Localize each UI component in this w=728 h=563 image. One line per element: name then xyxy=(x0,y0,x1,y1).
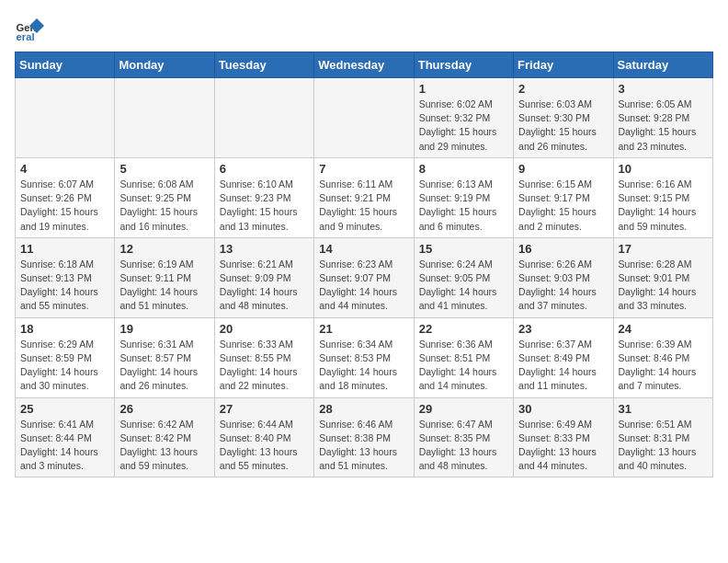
day-info: Sunrise: 6:26 AM Sunset: 9:03 PM Dayligh… xyxy=(518,258,608,314)
day-info: Sunrise: 6:07 AM Sunset: 9:26 PM Dayligh… xyxy=(20,178,109,234)
day-info: Sunrise: 6:33 AM Sunset: 8:55 PM Dayligh… xyxy=(220,338,309,394)
calendar-week-4: 18Sunrise: 6:29 AM Sunset: 8:59 PM Dayli… xyxy=(16,317,713,397)
calendar-cell xyxy=(115,78,214,158)
day-number: 23 xyxy=(518,322,608,336)
day-info: Sunrise: 6:18 AM Sunset: 9:13 PM Dayligh… xyxy=(20,258,109,314)
day-info: Sunrise: 6:19 AM Sunset: 9:11 PM Dayligh… xyxy=(119,258,209,314)
calendar-cell: 14Sunrise: 6:23 AM Sunset: 9:07 PM Dayli… xyxy=(314,237,414,317)
day-number: 17 xyxy=(619,242,708,256)
day-number: 25 xyxy=(20,402,109,416)
calendar-cell: 10Sunrise: 6:16 AM Sunset: 9:15 PM Dayli… xyxy=(613,157,712,237)
calendar-cell: 29Sunrise: 6:47 AM Sunset: 8:35 PM Dayli… xyxy=(414,397,513,477)
day-number: 27 xyxy=(220,402,309,416)
day-info: Sunrise: 6:13 AM Sunset: 9:19 PM Dayligh… xyxy=(419,178,508,234)
calendar-cell: 25Sunrise: 6:41 AM Sunset: 8:44 PM Dayli… xyxy=(16,397,115,477)
day-number: 29 xyxy=(419,402,508,416)
day-number: 21 xyxy=(319,322,408,336)
calendar-table: SundayMondayTuesdayWednesdayThursdayFrid… xyxy=(15,52,713,477)
calendar-cell: 18Sunrise: 6:29 AM Sunset: 8:59 PM Dayli… xyxy=(16,317,115,397)
day-number: 19 xyxy=(119,322,209,336)
weekday-header-sunday: Sunday xyxy=(16,52,115,78)
calendar-cell: 22Sunrise: 6:36 AM Sunset: 8:51 PM Dayli… xyxy=(414,317,513,397)
day-number: 24 xyxy=(619,322,708,336)
day-number: 6 xyxy=(220,162,309,176)
calendar-cell xyxy=(314,78,414,158)
calendar-cell: 26Sunrise: 6:42 AM Sunset: 8:42 PM Dayli… xyxy=(115,397,214,477)
day-number: 16 xyxy=(518,242,608,256)
day-info: Sunrise: 6:08 AM Sunset: 9:25 PM Dayligh… xyxy=(119,178,209,234)
day-number: 13 xyxy=(220,242,309,256)
calendar-week-5: 25Sunrise: 6:41 AM Sunset: 8:44 PM Dayli… xyxy=(16,397,713,477)
calendar-cell: 27Sunrise: 6:44 AM Sunset: 8:40 PM Dayli… xyxy=(214,397,313,477)
calendar-cell: 31Sunrise: 6:51 AM Sunset: 8:31 PM Dayli… xyxy=(613,397,712,477)
calendar-cell: 6Sunrise: 6:10 AM Sunset: 9:23 PM Daylig… xyxy=(214,157,313,237)
day-info: Sunrise: 6:03 AM Sunset: 9:30 PM Dayligh… xyxy=(518,98,608,154)
calendar-cell: 2Sunrise: 6:03 AM Sunset: 9:30 PM Daylig… xyxy=(514,78,613,158)
day-number: 26 xyxy=(119,402,209,416)
day-info: Sunrise: 6:05 AM Sunset: 9:28 PM Dayligh… xyxy=(619,98,708,154)
day-info: Sunrise: 6:39 AM Sunset: 8:46 PM Dayligh… xyxy=(619,338,708,394)
day-info: Sunrise: 6:29 AM Sunset: 8:59 PM Dayligh… xyxy=(20,338,109,394)
calendar-cell: 11Sunrise: 6:18 AM Sunset: 9:13 PM Dayli… xyxy=(16,237,115,317)
day-number: 2 xyxy=(518,82,608,96)
day-number: 30 xyxy=(518,402,608,416)
calendar-cell: 9Sunrise: 6:15 AM Sunset: 9:17 PM Daylig… xyxy=(514,157,613,237)
calendar-cell: 21Sunrise: 6:34 AM Sunset: 8:53 PM Dayli… xyxy=(314,317,414,397)
calendar-cell: 30Sunrise: 6:49 AM Sunset: 8:33 PM Dayli… xyxy=(514,397,613,477)
day-number: 18 xyxy=(20,322,109,336)
day-info: Sunrise: 6:49 AM Sunset: 8:33 PM Dayligh… xyxy=(518,418,608,474)
day-number: 10 xyxy=(619,162,708,176)
day-info: Sunrise: 6:28 AM Sunset: 9:01 PM Dayligh… xyxy=(619,258,708,314)
day-info: Sunrise: 6:16 AM Sunset: 9:15 PM Dayligh… xyxy=(619,178,708,234)
weekday-header-wednesday: Wednesday xyxy=(314,52,414,78)
day-info: Sunrise: 6:24 AM Sunset: 9:05 PM Dayligh… xyxy=(419,258,508,314)
day-info: Sunrise: 6:36 AM Sunset: 8:51 PM Dayligh… xyxy=(419,338,508,394)
day-number: 3 xyxy=(619,82,708,96)
day-number: 7 xyxy=(319,162,408,176)
svg-text:eral: eral xyxy=(17,31,35,42)
day-info: Sunrise: 6:42 AM Sunset: 8:42 PM Dayligh… xyxy=(119,418,209,474)
calendar-cell: 15Sunrise: 6:24 AM Sunset: 9:05 PM Dayli… xyxy=(414,237,513,317)
day-info: Sunrise: 6:23 AM Sunset: 9:07 PM Dayligh… xyxy=(319,258,408,314)
day-number: 5 xyxy=(119,162,209,176)
day-info: Sunrise: 6:11 AM Sunset: 9:21 PM Dayligh… xyxy=(319,178,408,234)
day-number: 8 xyxy=(419,162,508,176)
calendar-cell: 7Sunrise: 6:11 AM Sunset: 9:21 PM Daylig… xyxy=(314,157,414,237)
day-number: 28 xyxy=(319,402,408,416)
calendar-cell: 4Sunrise: 6:07 AM Sunset: 9:26 PM Daylig… xyxy=(16,157,115,237)
calendar-cell xyxy=(16,78,115,158)
day-info: Sunrise: 6:34 AM Sunset: 8:53 PM Dayligh… xyxy=(319,338,408,394)
calendar-cell: 24Sunrise: 6:39 AM Sunset: 8:46 PM Dayli… xyxy=(613,317,712,397)
day-info: Sunrise: 6:02 AM Sunset: 9:32 PM Dayligh… xyxy=(419,98,508,154)
calendar-body: 1Sunrise: 6:02 AM Sunset: 9:32 PM Daylig… xyxy=(16,78,713,477)
day-number: 12 xyxy=(119,242,209,256)
day-info: Sunrise: 6:15 AM Sunset: 9:17 PM Dayligh… xyxy=(518,178,608,234)
weekday-header-thursday: Thursday xyxy=(414,52,513,78)
day-number: 4 xyxy=(20,162,109,176)
calendar-cell: 13Sunrise: 6:21 AM Sunset: 9:09 PM Dayli… xyxy=(214,237,313,317)
calendar-cell: 3Sunrise: 6:05 AM Sunset: 9:28 PM Daylig… xyxy=(613,78,712,158)
day-number: 22 xyxy=(419,322,508,336)
calendar-cell: 5Sunrise: 6:08 AM Sunset: 9:25 PM Daylig… xyxy=(115,157,214,237)
day-number: 11 xyxy=(20,242,109,256)
weekday-header-tuesday: Tuesday xyxy=(214,52,313,78)
calendar-cell xyxy=(214,78,313,158)
day-info: Sunrise: 6:51 AM Sunset: 8:31 PM Dayligh… xyxy=(619,418,708,474)
day-number: 15 xyxy=(419,242,508,256)
day-number: 31 xyxy=(619,402,708,416)
day-info: Sunrise: 6:41 AM Sunset: 8:44 PM Dayligh… xyxy=(20,418,109,474)
calendar-cell: 17Sunrise: 6:28 AM Sunset: 9:01 PM Dayli… xyxy=(613,237,712,317)
weekday-header-friday: Friday xyxy=(514,52,613,78)
calendar-header: SundayMondayTuesdayWednesdayThursdayFrid… xyxy=(16,52,713,78)
day-number: 9 xyxy=(518,162,608,176)
day-info: Sunrise: 6:46 AM Sunset: 8:38 PM Dayligh… xyxy=(319,418,408,474)
weekday-row: SundayMondayTuesdayWednesdayThursdayFrid… xyxy=(16,52,713,78)
day-number: 20 xyxy=(220,322,309,336)
calendar-cell: 23Sunrise: 6:37 AM Sunset: 8:49 PM Dayli… xyxy=(514,317,613,397)
logo-icon: Gen eral xyxy=(15,15,44,44)
day-info: Sunrise: 6:21 AM Sunset: 9:09 PM Dayligh… xyxy=(220,258,309,314)
day-info: Sunrise: 6:37 AM Sunset: 8:49 PM Dayligh… xyxy=(518,338,608,394)
calendar-cell: 19Sunrise: 6:31 AM Sunset: 8:57 PM Dayli… xyxy=(115,317,214,397)
calendar-cell: 12Sunrise: 6:19 AM Sunset: 9:11 PM Dayli… xyxy=(115,237,214,317)
day-number: 14 xyxy=(319,242,408,256)
